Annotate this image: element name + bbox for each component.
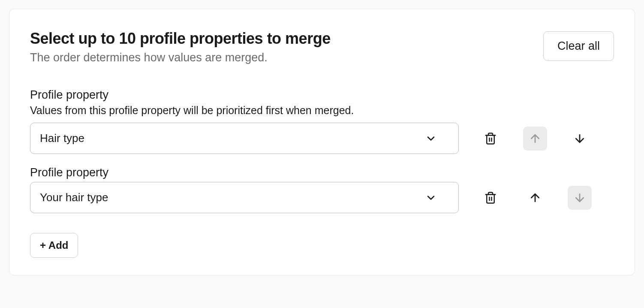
property-row: Your hair type — [30, 182, 614, 213]
page-title: Select up to 10 profile properties to me… — [30, 30, 331, 48]
property-hint: Values from this profile property will b… — [30, 104, 614, 117]
arrow-down-icon — [573, 132, 586, 145]
delete-button[interactable] — [478, 186, 503, 210]
property-select-value: Your hair type — [40, 191, 425, 204]
property-label: Profile property — [30, 166, 614, 179]
arrow-up-icon — [529, 132, 542, 145]
page-subtitle: The order determines how values are merg… — [30, 51, 331, 64]
property-select-value: Hair type — [40, 132, 425, 145]
property-actions — [478, 186, 592, 210]
property-block: Profile property Values from this profil… — [30, 88, 614, 154]
arrow-down-icon — [573, 191, 586, 204]
move-down-button — [568, 186, 592, 210]
property-select-wrap: Hair type — [30, 123, 459, 154]
property-select-wrap: Your hair type — [30, 182, 459, 213]
move-up-button[interactable] — [523, 186, 547, 210]
property-select[interactable]: Hair type — [30, 123, 459, 154]
property-actions — [478, 127, 592, 151]
header-row: Select up to 10 profile properties to me… — [30, 30, 614, 64]
merge-properties-card: Select up to 10 profile properties to me… — [9, 9, 635, 275]
property-block: Profile property Your hair type — [30, 166, 614, 213]
trash-icon — [484, 191, 497, 204]
add-button[interactable]: + Add — [30, 233, 78, 258]
move-up-button — [523, 127, 547, 151]
property-row: Hair type — [30, 123, 614, 154]
header-text: Select up to 10 profile properties to me… — [30, 30, 331, 64]
chevron-down-icon — [425, 133, 437, 145]
trash-icon — [484, 132, 497, 145]
clear-all-button[interactable]: Clear all — [543, 31, 614, 61]
arrow-up-icon — [529, 191, 542, 204]
property-select[interactable]: Your hair type — [30, 182, 459, 213]
chevron-down-icon — [425, 192, 437, 204]
delete-button[interactable] — [478, 127, 503, 151]
move-down-button[interactable] — [568, 127, 592, 151]
property-label: Profile property — [30, 88, 614, 102]
